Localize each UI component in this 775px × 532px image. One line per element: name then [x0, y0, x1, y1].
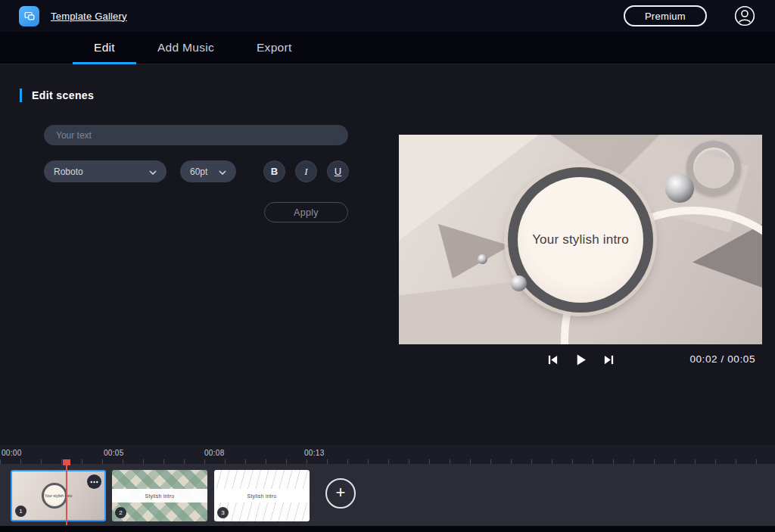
preview-overlay-text: Your stylish intro: [532, 232, 629, 247]
scene-thumbnail-3[interactable]: Stylish intro 3: [214, 470, 310, 521]
ruler-mark: 00:08: [204, 449, 225, 457]
font-select-value: Roboto: [54, 166, 83, 177]
thumbnail-title-band: Stylish intro: [214, 489, 310, 502]
font-select[interactable]: Roboto: [44, 160, 167, 182]
preview-main-ring: Your stylish intro: [508, 167, 653, 313]
font-size-select[interactable]: 60pt: [180, 160, 236, 182]
profile-avatar-icon[interactable]: [734, 5, 755, 26]
apply-button[interactable]: Apply: [264, 202, 348, 222]
scene-thumbnail-2[interactable]: Stylish intro 2: [112, 470, 207, 521]
ruler-mark: 00:00: [2, 449, 22, 457]
play-button[interactable]: [573, 352, 589, 368]
top-bar: Template Gallery Premium: [0, 0, 775, 32]
scene-text-input[interactable]: [44, 125, 348, 145]
preview-sphere: [665, 174, 694, 203]
font-size-value: 60pt: [190, 166, 207, 177]
preview-sphere: [511, 275, 527, 291]
preview-main-ring-inner: Your stylish intro: [518, 177, 643, 303]
preview-sphere: [478, 254, 487, 264]
thumbnail-title-band: Stylish intro: [112, 489, 207, 502]
scene-number-badge: 2: [115, 507, 126, 518]
skip-back-button[interactable]: [545, 353, 561, 367]
scene-label: Stylish intro: [247, 493, 277, 499]
scene-number-badge: 1: [15, 506, 26, 517]
template-gallery-link[interactable]: Template Gallery: [51, 11, 127, 22]
chevron-down-icon: [219, 166, 226, 177]
app-logo-icon[interactable]: [19, 6, 39, 26]
underline-button[interactable]: U: [327, 160, 349, 182]
chevron-down-icon: [149, 166, 157, 177]
tab-edit[interactable]: Edit: [73, 32, 136, 64]
italic-button[interactable]: I: [295, 160, 317, 182]
scene-label: Your stylish intro: [12, 493, 104, 498]
timeline-ruler[interactable]: 00:00 00:05 00:08 00:13: [0, 445, 775, 464]
scene-thumbnails-strip: Your stylish intro 1 Stylish intro 2 Sty…: [0, 464, 775, 526]
tab-bar: Edit Add Music Export: [0, 32, 775, 64]
ruler-mark: 00:05: [104, 449, 124, 457]
tab-add-music[interactable]: Add Music: [136, 32, 235, 64]
ruler-mark: 00:13: [304, 449, 325, 457]
time-display: 00:02 / 00:05: [689, 353, 755, 365]
scene-number-badge: 3: [217, 507, 229, 518]
preview-ring-shape: [686, 141, 741, 195]
skip-forward-button[interactable]: [601, 353, 617, 367]
premium-button[interactable]: Premium: [624, 5, 707, 26]
scene-label: Stylish intro: [145, 493, 175, 499]
bold-button[interactable]: B: [263, 160, 285, 182]
preview-shape: [438, 224, 510, 278]
add-scene-button[interactable]: +: [325, 478, 356, 509]
bottom-bar: [0, 526, 775, 532]
section-accent-bar: [20, 89, 22, 102]
video-preview: Your stylish intro: [399, 135, 762, 344]
section-title: Edit scenes: [32, 89, 94, 102]
playhead-line[interactable]: [66, 459, 67, 525]
tab-export[interactable]: Export: [235, 32, 313, 64]
scene-thumbnail-1[interactable]: Your stylish intro 1: [11, 470, 106, 521]
scene-menu-button[interactable]: [87, 474, 101, 489]
